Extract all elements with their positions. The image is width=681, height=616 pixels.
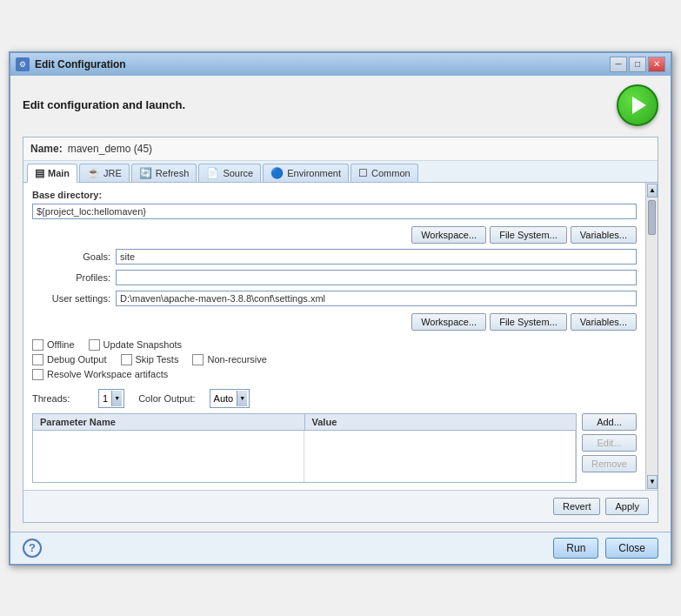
help-icon[interactable]: ?: [23, 539, 42, 558]
scrollbar-content: Base directory: Workspace... File System…: [23, 183, 645, 490]
col-parameter-name: Parameter Name: [33, 414, 305, 430]
user-settings-label: User settings:: [32, 293, 110, 304]
dialog-content: Edit configuration and launch. Name: mav…: [10, 76, 671, 532]
remove-button[interactable]: Remove: [582, 455, 637, 472]
checkbox-row-1: Offline Update Snapshots: [32, 339, 637, 351]
main-tab-content: Base directory: Workspace... File System…: [23, 183, 645, 490]
threads-value: 1: [101, 393, 110, 404]
run-button[interactable]: Run: [553, 538, 598, 559]
table-header: Parameter Name Value: [33, 414, 576, 431]
color-output-select[interactable]: Auto ▼: [210, 389, 250, 408]
title-buttons: ─ □ ✕: [610, 57, 665, 72]
tab-main[interactable]: ▤ Main: [27, 164, 77, 183]
goals-input[interactable]: [116, 249, 637, 264]
footer: ? Run Close: [10, 532, 671, 564]
close-button[interactable]: ✕: [648, 57, 665, 72]
resolve-workspace-checkbox-box[interactable]: [32, 369, 43, 380]
maximize-button[interactable]: □: [629, 57, 646, 72]
update-snapshots-checkbox[interactable]: Update Snapshots: [89, 339, 183, 351]
title-bar: ⚙ Edit Configuration ─ □ ✕: [10, 53, 671, 76]
update-snapshots-checkbox-box[interactable]: [89, 339, 100, 351]
checkbox-row-3: Resolve Workspace artifacts: [32, 369, 637, 380]
main-tab-icon: ▤: [35, 167, 44, 179]
tab-jre[interactable]: ☕ JRE: [79, 164, 130, 182]
footer-right-buttons: Run Close: [553, 538, 658, 559]
refresh-tab-label: Refresh: [156, 168, 190, 178]
scroll-down-button[interactable]: ▼: [647, 475, 658, 489]
resolve-workspace-label: Resolve Workspace artifacts: [47, 369, 168, 379]
window-icon: ⚙: [16, 57, 30, 71]
resolve-workspace-checkbox[interactable]: Resolve Workspace artifacts: [32, 369, 168, 380]
environment-tab-label: Environment: [287, 168, 341, 178]
tab-source[interactable]: 📄 Source: [198, 164, 261, 182]
skip-tests-checkbox-box[interactable]: [121, 354, 132, 365]
color-output-dropdown-arrow[interactable]: ▼: [237, 391, 247, 406]
scrollbar-thumb[interactable]: [648, 200, 656, 235]
revert-button[interactable]: Revert: [553, 498, 600, 515]
offline-checkbox[interactable]: Offline: [32, 339, 75, 351]
config-panel: Name: maven_demo (45) ▤ Main ☕ JRE 🔄 Ref…: [23, 137, 658, 523]
minimize-button[interactable]: ─: [610, 57, 627, 72]
param-name-col-body: [33, 431, 304, 482]
environment-tab-icon: 🔵: [270, 167, 284, 179]
col-value: Value: [305, 414, 577, 430]
add-button[interactable]: Add...: [582, 413, 637, 431]
table-body: [33, 431, 576, 482]
source-tab-label: Source: [223, 168, 253, 178]
base-directory-input[interactable]: [32, 204, 637, 219]
update-snapshots-label: Update Snapshots: [103, 339, 183, 350]
run-icon-button[interactable]: [617, 84, 658, 126]
threads-dropdown-arrow[interactable]: ▼: [111, 391, 122, 406]
tab-common[interactable]: ☐ Common: [351, 164, 418, 182]
header-title: Edit configuration and launch.: [23, 98, 185, 111]
profiles-label: Profiles:: [32, 272, 110, 283]
edit-configuration-window: ⚙ Edit Configuration ─ □ ✕ Edit configur…: [9, 51, 672, 566]
non-recursive-checkbox[interactable]: Non-recursive: [192, 354, 266, 365]
name-row: Name: maven_demo (45): [23, 137, 658, 161]
checkboxes-section: Offline Update Snapshots Deb: [32, 336, 637, 384]
user-settings-row: User settings:: [32, 291, 637, 306]
header-section: Edit configuration and launch.: [23, 84, 658, 130]
main-tab-label: Main: [48, 168, 70, 178]
parameter-table: Parameter Name Value: [32, 413, 577, 483]
offline-label: Offline: [47, 339, 75, 350]
workspace-button-2[interactable]: Workspace...: [411, 313, 486, 331]
non-recursive-label: Non-recursive: [207, 354, 266, 365]
tab-refresh[interactable]: 🔄 Refresh: [131, 164, 197, 182]
base-directory-buttons: Workspace... File System... Variables...: [32, 226, 637, 244]
edit-button[interactable]: Edit...: [582, 434, 637, 452]
filesystem-button-1[interactable]: File System...: [490, 226, 567, 244]
offline-checkbox-box[interactable]: [32, 339, 43, 351]
variables-button-2[interactable]: Variables...: [571, 313, 637, 331]
checkbox-row-2: Debug Output Skip Tests Non-recursive: [32, 354, 637, 365]
vertical-scrollbar[interactable]: ▲ ▼: [645, 183, 658, 490]
threads-color-row: Threads: 1 ▼ Color Output: Auto ▼: [32, 389, 637, 408]
apply-button[interactable]: Apply: [605, 498, 649, 515]
workspace-button-1[interactable]: Workspace...: [411, 226, 486, 244]
table-action-buttons: Add... Edit... Remove: [582, 413, 637, 483]
threads-select[interactable]: 1 ▼: [98, 389, 124, 408]
debug-output-checkbox[interactable]: Debug Output: [32, 354, 107, 365]
goals-row: Goals:: [32, 249, 637, 264]
common-tab-label: Common: [371, 168, 411, 178]
user-settings-input[interactable]: [116, 291, 637, 306]
filesystem-button-2[interactable]: File System...: [490, 313, 567, 331]
window-title: Edit Configuration: [35, 58, 126, 70]
non-recursive-checkbox-box[interactable]: [192, 354, 204, 365]
param-value-col-body: [304, 431, 576, 482]
debug-output-checkbox-box[interactable]: [32, 354, 43, 365]
name-label: Name:: [30, 143, 63, 155]
close-dialog-button[interactable]: Close: [605, 538, 658, 559]
base-directory-label: Base directory:: [32, 190, 637, 200]
color-output-label: Color Output:: [138, 393, 195, 404]
refresh-tab-icon: 🔄: [139, 167, 152, 179]
profiles-input[interactable]: [116, 270, 637, 285]
bottom-buttons: Revert Apply: [23, 490, 658, 522]
tab-environment[interactable]: 🔵 Environment: [263, 164, 349, 182]
jre-tab-icon: ☕: [87, 167, 100, 179]
threads-label: Threads:: [32, 393, 84, 404]
skip-tests-checkbox[interactable]: Skip Tests: [121, 354, 179, 365]
variables-button-1[interactable]: Variables...: [571, 226, 637, 244]
jre-tab-label: JRE: [103, 168, 122, 178]
scroll-up-button[interactable]: ▲: [647, 184, 658, 198]
